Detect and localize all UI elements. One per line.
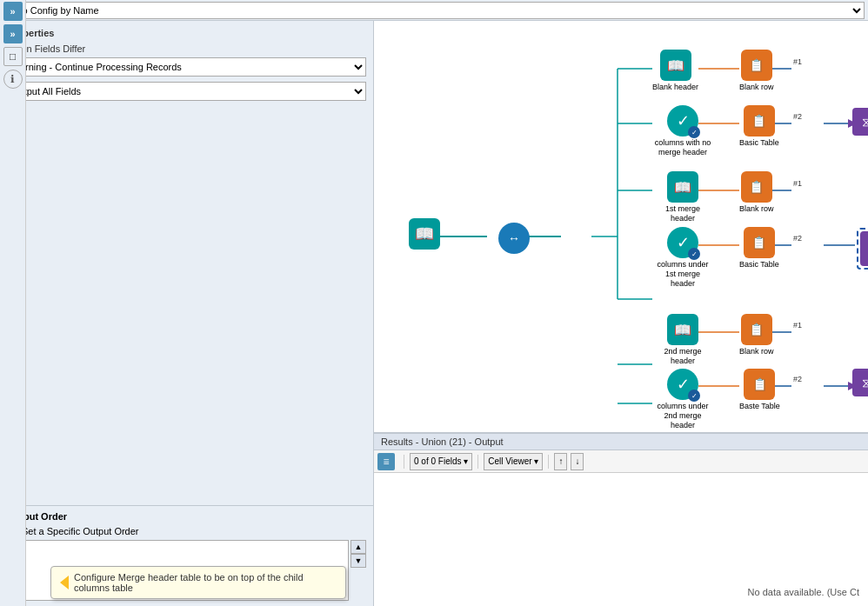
merge-header-1-node[interactable]: 📖 1st merge header: [652, 171, 713, 223]
warning-select[interactable]: Warning - Continue Processing Records: [7, 57, 366, 77]
toolbar-divider-1: [404, 455, 404, 469]
union-icon: ⧖: [860, 231, 868, 266]
cols-under-2nd-icon: ✓ ✓: [667, 369, 698, 400]
basic-table-2-node[interactable]: 📋 Basic Table: [739, 227, 779, 270]
basic-table-1-icon: 📋: [744, 105, 775, 137]
basic-table-3-icon: 📋: [744, 369, 775, 400]
scroll-up-button[interactable]: ▲: [351, 540, 366, 554]
cols-no-merge-icon: ✓ ✓: [667, 105, 698, 137]
main-area: Properties When Fields Differ Warning - …: [0, 21, 868, 606]
cols-under-1st-node[interactable]: ✓ ✓ columns under 1st merge header: [652, 227, 713, 288]
canvas-svg: #1 #2 #1 #2: [374, 21, 868, 432]
no-data-text: No data available. (Use Ct: [748, 587, 859, 597]
union-node[interactable]: ⧖: [857, 228, 868, 270]
merge-header-1-icon: 📖: [667, 171, 698, 203]
results-bar: Results - Union (21) - Output ≡ 0 of 0 F…: [374, 432, 868, 606]
properties-title: Properties: [7, 28, 366, 38]
right-area: #1 #2 #1 #2: [374, 21, 868, 606]
basic-table-1-node[interactable]: 📋 Basic Table: [739, 105, 779, 148]
canvas-area: #1 #2 #1 #2: [374, 21, 868, 432]
sort-desc-button[interactable]: ↓: [571, 453, 584, 470]
output-order-section: Output Order Set a Specific Output Order…: [0, 505, 373, 606]
purple-node-1[interactable]: ⧖: [852, 108, 868, 136]
scroll-buttons: ▲ ▼: [351, 540, 366, 601]
results-body: No data available. (Use Ct: [374, 473, 868, 606]
main-input-node[interactable]: 📖: [409, 218, 440, 250]
list-item-2: #2: [8, 553, 348, 565]
main-input-icon: 📖: [409, 218, 440, 250]
blank-row-1-node[interactable]: 📋 Blank row: [739, 50, 774, 92]
svg-text:#2: #2: [793, 375, 802, 383]
cols-no-merge-label: columns with no merge header: [652, 138, 713, 157]
blank-row-3-label: Blank row: [739, 347, 774, 356]
specific-output-order-row: Set a Specific Output Order: [7, 525, 366, 536]
blank-row-2-label: Blank row: [739, 204, 774, 214]
blank-row-1-label: Blank row: [739, 83, 774, 92]
auto-config-select[interactable]: Auto Config by Name: [3, 2, 865, 19]
results-title: Results - Union (21) - Output: [381, 436, 504, 447]
purple-icon-2: ⧖: [852, 369, 868, 396]
check-badge-2: ✓: [688, 248, 700, 260]
top-config-bar: Auto Config by Name: [0, 0, 868, 21]
basic-table-3-node[interactable]: 📋 Baste Table: [739, 369, 780, 411]
cols-no-merge-node[interactable]: ✓ ✓ columns with no merge header: [652, 105, 713, 157]
blank-row-3-node[interactable]: 📋 Blank row: [739, 314, 774, 356]
blank-row-2-node[interactable]: 📋 Blank row: [739, 171, 774, 214]
config-node[interactable]: ↔: [498, 223, 530, 254]
list-item-1: #1: [8, 541, 348, 553]
blank-row-3-icon: 📋: [741, 314, 772, 345]
svg-text:#2: #2: [793, 234, 802, 243]
purple-icon-1: ⧖: [852, 108, 868, 136]
blank-row-1-icon: 📋: [741, 50, 772, 81]
config-icon: ↔: [498, 223, 530, 254]
specific-output-label: Set a Specific Output Order: [22, 526, 139, 536]
cell-viewer-button[interactable]: Cell Viewer ▾: [484, 453, 543, 470]
svg-text:#2: #2: [793, 112, 802, 121]
tooltip-box: Configure Merge header table to be on to…: [50, 566, 346, 599]
toolbar-divider-2: [477, 455, 478, 469]
when-fields-differ-label: When Fields Differ: [7, 43, 366, 54]
tooltip-text: Configure Merge header table to be on to…: [74, 572, 337, 593]
cols-under-1st-label: columns under 1st merge header: [652, 260, 713, 288]
output-list-area: #1 #2 ▲ ▼ Configure Merge header table t…: [7, 540, 366, 601]
cols-under-2nd-node[interactable]: ✓ ✓ columns under 2nd merge header: [652, 369, 713, 430]
merge-header-2-icon: 📖: [667, 314, 698, 345]
svg-text:#1: #1: [793, 57, 802, 66]
merge-header-2-node[interactable]: 📖 2nd merge header: [652, 314, 713, 366]
blank-header-icon: 📖: [660, 50, 691, 81]
left-panel: Properties When Fields Differ Warning - …: [0, 21, 374, 606]
purple-node-2[interactable]: ⧖: [852, 369, 868, 396]
blank-header-label: Blank header: [652, 83, 698, 92]
scroll-down-button[interactable]: ▼: [351, 554, 366, 568]
output-order-title: Output Order: [7, 511, 366, 522]
cols-under-1st-icon: ✓ ✓: [667, 227, 698, 258]
tooltip-arrow-icon: [60, 576, 69, 589]
results-icon-1[interactable]: ≡: [377, 453, 395, 470]
merge-header-2-label: 2nd merge header: [652, 347, 713, 366]
toolbar-divider-3: [548, 455, 549, 469]
cols-under-2nd-label: columns under 2nd merge header: [652, 402, 713, 430]
blank-header-node[interactable]: 📖 Blank header: [652, 50, 698, 92]
check-badge-3: ✓: [688, 390, 700, 402]
output-fields-select[interactable]: Output All Fields: [7, 82, 366, 101]
results-side-panel: » » □ ℹ No data available. (Use Ct: [374, 473, 868, 606]
check-badge-1: ✓: [688, 126, 700, 138]
fields-button[interactable]: 0 of 0 Fields ▾: [410, 453, 472, 470]
basic-table-3-label: Baste Table: [739, 402, 780, 411]
sort-asc-button[interactable]: ↑: [554, 453, 567, 470]
basic-table-2-icon: 📋: [744, 227, 775, 258]
svg-text:#1: #1: [793, 179, 802, 188]
properties-section: Properties When Fields Differ Warning - …: [0, 21, 373, 505]
basic-table-2-label: Basic Table: [739, 260, 779, 270]
merge-header-1-label: 1st merge header: [652, 204, 713, 223]
results-header: Results - Union (21) - Output: [374, 434, 868, 450]
results-icon-group: ≡: [377, 453, 395, 470]
blank-row-2-icon: 📋: [741, 171, 772, 203]
svg-text:#1: #1: [793, 321, 802, 330]
basic-table-1-label: Basic Table: [739, 138, 779, 148]
results-toolbar: ≡ 0 of 0 Fields ▾ Cell Viewer ▾ ↑ ↓: [374, 450, 868, 473]
